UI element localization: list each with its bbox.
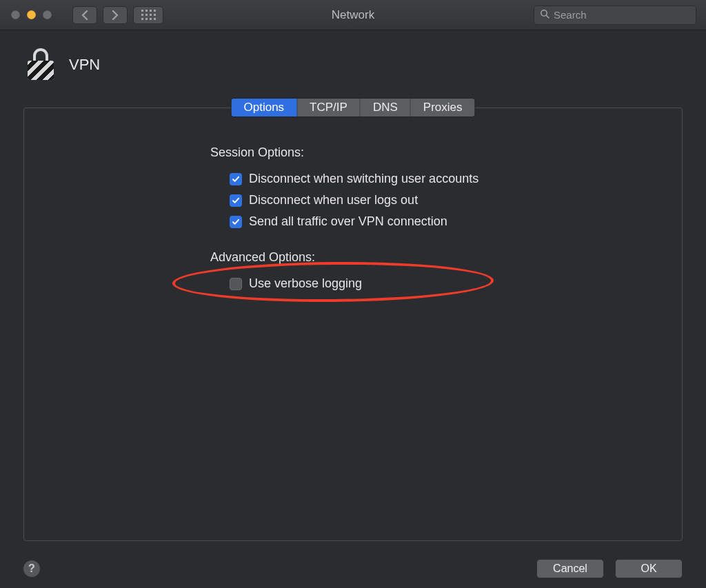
tab-label: DNS bbox=[373, 101, 398, 114]
ok-button[interactable]: OK bbox=[615, 559, 683, 578]
options-content: Session Options: Disconnect when switchi… bbox=[24, 108, 682, 540]
titlebar: Network bbox=[0, 0, 706, 30]
option-disconnect-logout[interactable]: Disconnect when user logs out bbox=[210, 190, 682, 211]
settings-panel: Session Options: Disconnect when switchi… bbox=[23, 108, 683, 541]
checkbox[interactable] bbox=[230, 216, 242, 228]
cancel-button[interactable]: Cancel bbox=[536, 559, 604, 578]
back-button[interactable] bbox=[72, 6, 97, 24]
pane-title: VPN bbox=[69, 56, 100, 74]
close-window-button[interactable] bbox=[11, 10, 20, 19]
search-icon bbox=[540, 9, 549, 21]
search-field[interactable] bbox=[534, 6, 696, 25]
window-title: Network bbox=[332, 8, 374, 22]
bottom-bar: ? Cancel OK bbox=[23, 559, 683, 578]
tab-label: Proxies bbox=[423, 101, 463, 114]
chevron-right-icon bbox=[112, 10, 119, 20]
option-label: Disconnect when switching user accounts bbox=[249, 172, 478, 186]
zoom-window-button[interactable] bbox=[43, 10, 52, 19]
checkbox[interactable] bbox=[230, 173, 242, 185]
pane-header: VPN bbox=[0, 30, 706, 88]
button-label: OK bbox=[641, 562, 656, 575]
advanced-options-heading: Advanced Options: bbox=[210, 250, 682, 265]
option-label: Send all traffic over VPN connection bbox=[249, 214, 447, 229]
button-label: Cancel bbox=[553, 562, 587, 575]
option-send-all-traffic[interactable]: Send all traffic over VPN connection bbox=[210, 211, 682, 232]
tab-dns[interactable]: DNS bbox=[361, 99, 411, 116]
option-verbose-logging[interactable]: Use verbose logging bbox=[210, 273, 682, 294]
checkbox[interactable] bbox=[230, 278, 242, 290]
tab-proxies[interactable]: Proxies bbox=[411, 99, 475, 116]
lock-icon bbox=[26, 48, 55, 81]
window-controls bbox=[0, 10, 52, 19]
svg-line-1 bbox=[546, 15, 549, 18]
help-icon: ? bbox=[28, 562, 35, 575]
tab-label: TCP/IP bbox=[310, 101, 347, 114]
tab-bar: Options TCP/IP DNS Proxies bbox=[231, 98, 476, 117]
option-label: Use verbose logging bbox=[249, 276, 362, 291]
tab-options[interactable]: Options bbox=[232, 99, 298, 116]
tab-tcpip[interactable]: TCP/IP bbox=[297, 99, 361, 116]
advanced-options-group: Advanced Options: Use verbose logging bbox=[210, 250, 682, 294]
session-options-group: Session Options: Disconnect when switchi… bbox=[210, 145, 682, 232]
session-options-heading: Session Options: bbox=[210, 145, 682, 160]
checkbox[interactable] bbox=[230, 194, 242, 207]
grid-icon bbox=[141, 10, 156, 20]
minimize-window-button[interactable] bbox=[27, 10, 36, 19]
help-button[interactable]: ? bbox=[23, 560, 40, 577]
forward-button[interactable] bbox=[103, 6, 128, 24]
chevron-left-icon bbox=[81, 10, 88, 20]
show-all-button[interactable] bbox=[133, 6, 163, 24]
option-label: Disconnect when user logs out bbox=[249, 193, 418, 207]
search-input[interactable] bbox=[554, 9, 690, 21]
nav-group bbox=[72, 6, 163, 24]
tab-label: Options bbox=[244, 101, 285, 114]
option-disconnect-switching-user[interactable]: Disconnect when switching user accounts bbox=[210, 168, 682, 190]
action-buttons: Cancel OK bbox=[536, 559, 683, 578]
